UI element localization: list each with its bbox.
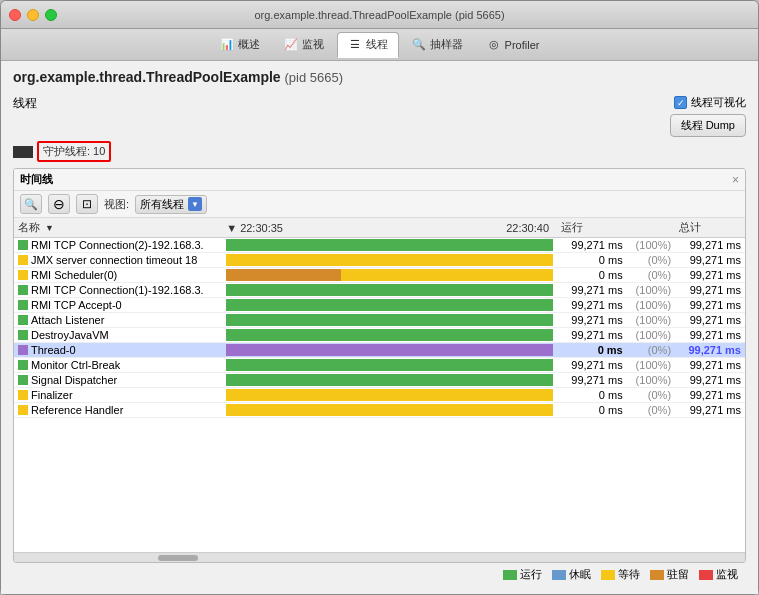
dropdown-arrow-icon: ▼ bbox=[188, 197, 202, 211]
zoom-in-icon: 🔍 bbox=[24, 198, 38, 211]
thread-run-time: 99,271 ms bbox=[557, 328, 627, 343]
thread-name-cell: RMI TCP Connection(1)-192.168.3. bbox=[14, 283, 222, 298]
timeline-close-button[interactable]: × bbox=[732, 173, 739, 187]
table-row[interactable]: RMI TCP Connection(2)-192.168.3.99,271 m… bbox=[14, 238, 745, 253]
thread-timeline-bar bbox=[222, 253, 557, 268]
app-title-text: org.example.thread.ThreadPoolExample bbox=[13, 69, 281, 85]
overview-icon: 📊 bbox=[220, 38, 234, 52]
thread-table-body: RMI TCP Connection(2)-192.168.3.99,271 m… bbox=[14, 238, 745, 418]
view-label: 视图: bbox=[104, 197, 129, 212]
tab-sampler-label: 抽样器 bbox=[430, 37, 463, 52]
table-row[interactable]: RMI Scheduler(0)0 ms(0%)99,271 ms bbox=[14, 268, 745, 283]
table-row[interactable]: DestroyJavaVM99,271 ms(100%)99,271 ms bbox=[14, 328, 745, 343]
zoom-reset-icon: ⊡ bbox=[82, 197, 92, 211]
legend-color-驻留 bbox=[650, 570, 664, 580]
tab-sampler[interactable]: 🔍 抽样器 bbox=[401, 32, 474, 58]
tab-monitor[interactable]: 📈 监视 bbox=[273, 32, 335, 58]
thread-run-pct: (0%) bbox=[627, 253, 675, 268]
tab-profiler[interactable]: ◎ Profiler bbox=[476, 32, 551, 58]
thread-viz-checkbox[interactable]: ✓ bbox=[674, 96, 687, 109]
thread-run-pct: (100%) bbox=[627, 313, 675, 328]
table-header-row: 名称 ▼ ▼ 22:30:35 22:30:40 运行 总计 bbox=[14, 218, 745, 238]
legend-label-等待: 等待 bbox=[618, 567, 640, 582]
tab-threads[interactable]: ☰ 线程 bbox=[337, 32, 399, 58]
thread-viz-checkbox-row[interactable]: ✓ 线程可视化 bbox=[674, 95, 746, 110]
thread-timeline-bar bbox=[222, 313, 557, 328]
app-title: org.example.thread.ThreadPoolExample (pi… bbox=[13, 69, 343, 85]
col-header-total: 总计 bbox=[675, 218, 745, 238]
tab-overview[interactable]: 📊 概述 bbox=[209, 32, 271, 58]
zoom-in-button[interactable]: 🔍 bbox=[20, 194, 42, 214]
thread-run-pct: (100%) bbox=[627, 298, 675, 313]
tab-threads-label: 线程 bbox=[366, 37, 388, 52]
window-controls bbox=[9, 9, 57, 21]
thread-timeline-bar bbox=[222, 238, 557, 253]
col-header-time2: 22:30:40 bbox=[502, 218, 557, 238]
thread-viz-label: 线程可视化 bbox=[691, 95, 746, 110]
thread-run-pct: (0%) bbox=[627, 388, 675, 403]
col-header-name: 名称 ▼ bbox=[14, 218, 222, 238]
thread-run-pct: (0%) bbox=[627, 268, 675, 283]
thread-table: 名称 ▼ ▼ 22:30:35 22:30:40 运行 总计 bbox=[14, 218, 745, 418]
table-row[interactable]: Attach Listener99,271 ms(100%)99,271 ms bbox=[14, 313, 745, 328]
legend-item-等待: 等待 bbox=[601, 567, 640, 582]
close-button[interactable] bbox=[9, 9, 21, 21]
thread-section-header: 线程 ✓ 线程可视化 线程 Dump bbox=[13, 95, 746, 137]
timeline-panel: 时间线 × 🔍 ⊖ ⊡ 视图: 所有线程 ▼ bbox=[13, 168, 746, 563]
col-header-run: 运行 bbox=[557, 218, 627, 238]
horizontal-scrollbar[interactable] bbox=[14, 552, 745, 562]
table-row[interactable]: RMI TCP Connection(1)-192.168.3.99,271 m… bbox=[14, 283, 745, 298]
thread-dump-button[interactable]: 线程 Dump bbox=[670, 114, 746, 137]
zoom-out-button[interactable]: ⊖ bbox=[48, 194, 70, 214]
thread-run-pct: (100%) bbox=[627, 283, 675, 298]
minimize-button[interactable] bbox=[27, 9, 39, 21]
profiler-icon: ◎ bbox=[487, 38, 501, 52]
table-row[interactable]: Signal Dispatcher99,271 ms(100%)99,271 m… bbox=[14, 373, 745, 388]
legend-color-休眠 bbox=[552, 570, 566, 580]
thread-run-time: 0 ms bbox=[557, 253, 627, 268]
col-header-time1: ▼ 22:30:35 bbox=[222, 218, 502, 238]
thread-total-time: 99,271 ms bbox=[675, 298, 745, 313]
thread-name-cell: RMI Scheduler(0) bbox=[14, 268, 222, 283]
thread-run-pct: (100%) bbox=[627, 238, 675, 253]
thread-name-cell: Reference Handler bbox=[14, 403, 222, 418]
table-row[interactable]: JMX server connection timeout 180 ms(0%)… bbox=[14, 253, 745, 268]
table-row[interactable]: Thread-00 ms(0%)99,271 ms bbox=[14, 343, 745, 358]
thread-run-time: 99,271 ms bbox=[557, 238, 627, 253]
thread-total-time: 99,271 ms bbox=[675, 373, 745, 388]
table-row[interactable]: Finalizer0 ms(0%)99,271 ms bbox=[14, 388, 745, 403]
thread-total-time: 99,271 ms bbox=[675, 238, 745, 253]
thread-timeline-bar bbox=[222, 283, 557, 298]
maximize-button[interactable] bbox=[45, 9, 57, 21]
monitor-icon: 📈 bbox=[284, 38, 298, 52]
thread-timeline-bar bbox=[222, 388, 557, 403]
thread-total-time: 99,271 ms bbox=[675, 403, 745, 418]
guardian-label: 守护线程: 10 bbox=[43, 145, 105, 157]
thread-total-time: 99,271 ms bbox=[675, 328, 745, 343]
legend-color-运行 bbox=[503, 570, 517, 580]
thread-name-cell: Monitor Ctrl-Break bbox=[14, 358, 222, 373]
scrollbar-thumb[interactable] bbox=[158, 555, 198, 561]
table-row[interactable]: RMI TCP Accept-099,271 ms(100%)99,271 ms bbox=[14, 298, 745, 313]
thread-indicator: 守护线程: 10 bbox=[13, 141, 746, 162]
thread-name-cell: JMX server connection timeout 18 bbox=[14, 253, 222, 268]
title-bar: org.example.thread.ThreadPoolExample (pi… bbox=[1, 1, 758, 29]
threads-icon: ☰ bbox=[348, 38, 362, 52]
sampler-icon: 🔍 bbox=[412, 38, 426, 52]
thread-run-pct: (0%) bbox=[627, 403, 675, 418]
view-select[interactable]: 所有线程 ▼ bbox=[135, 195, 207, 214]
table-row[interactable]: Reference Handler0 ms(0%)99,271 ms bbox=[14, 403, 745, 418]
thread-run-time: 99,271 ms bbox=[557, 298, 627, 313]
timeline-header: 时间线 × bbox=[14, 169, 745, 191]
thread-total-time: 99,271 ms bbox=[675, 268, 745, 283]
pid-label: (pid 5665) bbox=[285, 70, 344, 85]
thread-run-time: 0 ms bbox=[557, 403, 627, 418]
zoom-reset-button[interactable]: ⊡ bbox=[76, 194, 98, 214]
thread-name-cell: Thread-0 bbox=[14, 343, 222, 358]
toolbar: 🔍 ⊖ ⊡ 视图: 所有线程 ▼ bbox=[14, 191, 745, 218]
legend-label-休眠: 休眠 bbox=[569, 567, 591, 582]
thread-run-time: 0 ms bbox=[557, 268, 627, 283]
thread-run-time: 99,271 ms bbox=[557, 313, 627, 328]
table-row[interactable]: Monitor Ctrl-Break99,271 ms(100%)99,271 … bbox=[14, 358, 745, 373]
tab-profiler-label: Profiler bbox=[505, 39, 540, 51]
